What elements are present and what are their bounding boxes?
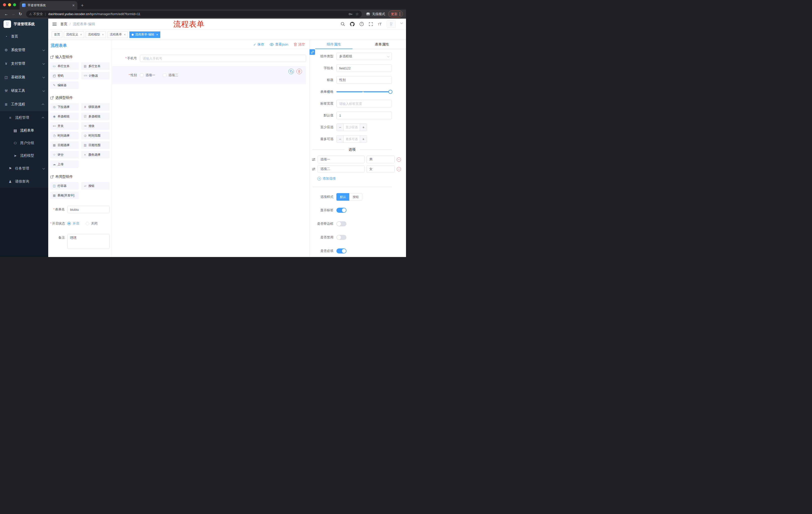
remove-option-icon[interactable]: − (397, 167, 401, 171)
sidebar-item-devtools[interactable]: ⚒ 研发工具 (0, 84, 48, 98)
plus-button[interactable]: + (360, 124, 367, 131)
radio-off[interactable]: 关闭 (86, 221, 97, 226)
component-item-cascader[interactable]: ⋔级联选择 (81, 103, 110, 111)
sidebar-item-process-mgmt[interactable]: ≡ 流程管理 (0, 111, 48, 124)
component-item-select[interactable]: ◎下拉选择 (50, 103, 79, 111)
component-item-slider[interactable]: ⊸滑块 (81, 122, 110, 130)
form-name-input[interactable] (67, 206, 110, 213)
plus-button[interactable]: + (360, 136, 367, 142)
forward-icon[interactable]: → (10, 11, 17, 17)
close-icon[interactable]: × (124, 33, 126, 36)
component-item-row-container[interactable]: ◫行容器 (50, 182, 79, 190)
sidebar-item-task-mgmt[interactable]: ⚑ 任务管理 (0, 162, 48, 175)
show-label-toggle[interactable] (337, 208, 346, 213)
component-item-editor[interactable]: ✎编辑器 (50, 81, 79, 89)
sidebar-item-infra[interactable]: ◫ 基础设施 (0, 71, 48, 84)
view-json-button[interactable]: 查看json (269, 42, 288, 47)
window-close-button[interactable] (3, 3, 6, 6)
tab-form-props[interactable]: 表单属性 (358, 40, 406, 49)
tab-process-form-edit[interactable]: 流程表单-编辑 × (129, 31, 160, 38)
hamburger-icon[interactable] (51, 20, 58, 28)
canvas-field-gender-selected[interactable]: *性别 选项一 选项二 (112, 66, 306, 84)
reload-icon[interactable]: ↻ (17, 11, 24, 17)
slider-handle[interactable] (388, 90, 393, 94)
tab-process-model[interactable]: 流程模型 × (86, 31, 106, 38)
border-toggle[interactable] (337, 221, 346, 226)
font-size-icon[interactable]: TT (378, 22, 382, 26)
checkbox[interactable] (140, 74, 143, 77)
delete-field-button[interactable] (296, 69, 302, 74)
component-item-table[interactable]: ▦表格[开发中] (50, 192, 79, 199)
tab-close-icon[interactable]: ✕ (72, 3, 75, 7)
option-label-input[interactable] (318, 165, 365, 173)
option-label-input[interactable] (318, 156, 365, 163)
save-button[interactable]: ✓ 保存 (253, 42, 264, 47)
phone-input[interactable] (140, 55, 306, 62)
github-icon[interactable] (350, 22, 354, 26)
checkbox-option-1[interactable]: 选项一 (140, 73, 155, 77)
caret-down-icon[interactable] (401, 22, 403, 24)
avatar[interactable] (387, 20, 396, 28)
component-item-rate[interactable]: ☆评分 (50, 151, 79, 158)
close-icon[interactable]: × (156, 33, 158, 36)
component-item-multi-text[interactable]: ▤多行文本 (81, 62, 110, 70)
close-icon[interactable]: × (80, 33, 82, 36)
sidebar-item-home[interactable]: ◔ 首页 (0, 30, 48, 43)
add-option-button[interactable]: + 添加选项 (317, 176, 392, 181)
sidebar-item-payment[interactable]: ¥ 支付管理 (0, 57, 48, 71)
grid-slider[interactable] (337, 88, 392, 96)
drag-handle-icon[interactable] (312, 158, 316, 161)
disabled-toggle[interactable] (337, 235, 346, 240)
browser-tab[interactable]: 芋道管理系统 ✕ (20, 1, 77, 9)
browser-menu-icon[interactable] (400, 12, 400, 16)
label-width-input[interactable] (337, 100, 392, 107)
option-value-input[interactable] (367, 165, 395, 173)
style-default-button[interactable]: 默认 (337, 193, 349, 201)
component-item-time-range[interactable]: ◶时间范围 (81, 132, 110, 139)
password-key-icon[interactable] (348, 12, 352, 16)
minus-button[interactable]: − (337, 124, 344, 131)
sidebar-item-leave-query[interactable]: ♟ 请假查询 (0, 175, 48, 188)
radio-on[interactable]: 开启 (67, 221, 79, 226)
tab-process-form[interactable]: 流程表单 × (108, 31, 128, 38)
remove-option-icon[interactable]: − (397, 157, 401, 162)
component-item-date-range[interactable]: ▥日期范围 (81, 141, 110, 149)
stepper-placeholder[interactable]: 最多可选 (344, 136, 360, 142)
tab-component-props[interactable]: 组件属性 (310, 40, 358, 49)
fullscreen-icon[interactable] (369, 22, 373, 26)
checkbox-option-2[interactable]: 选项二 (163, 73, 178, 77)
option-value-input[interactable] (367, 156, 395, 163)
tab-process-definition[interactable]: 流程定义 × (64, 31, 84, 38)
field-name-input[interactable] (337, 64, 392, 72)
window-minimize-button[interactable] (8, 3, 11, 6)
bookmark-star-icon[interactable]: ☆ (355, 12, 359, 16)
component-item-counter[interactable]: 123计数器 (81, 72, 110, 79)
browser-update-button[interactable]: 更新 (388, 10, 403, 17)
component-item-time-picker[interactable]: ◷时间选择 (50, 132, 79, 139)
new-tab-button[interactable]: + (81, 3, 84, 8)
component-item-upload[interactable]: ☁上传 (50, 160, 79, 168)
required-toggle[interactable] (337, 248, 346, 253)
minus-button[interactable]: − (337, 136, 344, 142)
clear-button[interactable]: 清空 (294, 42, 305, 47)
component-item-checkbox-group[interactable]: ☑多选框组 (81, 113, 110, 120)
component-item-date-picker[interactable]: ▦日期选择 (50, 141, 79, 149)
sidebar-item-system[interactable]: ⚙ 系统管理 (0, 43, 48, 57)
canvas-field-phone[interactable]: *手机号 (112, 55, 306, 62)
default-value-input[interactable] (337, 112, 392, 119)
checkbox[interactable] (163, 74, 166, 77)
component-item-switch[interactable]: ⊷开关 (50, 122, 79, 130)
search-icon[interactable] (341, 22, 345, 26)
component-item-single-text[interactable]: ▭单行文本 (50, 62, 79, 70)
remark-textarea[interactable]: 嘿嘿 (67, 234, 110, 249)
duplicate-field-button[interactable] (288, 69, 294, 74)
help-icon[interactable]: ? (359, 22, 364, 26)
slider-track[interactable] (337, 91, 392, 92)
component-type-select[interactable]: 多选框组 (337, 53, 392, 60)
component-item-color-picker[interactable]: ◐颜色选择 (81, 151, 110, 158)
drag-handle-icon[interactable] (312, 167, 316, 171)
style-button-button[interactable]: 按钮 (349, 193, 362, 201)
sidebar-item-process-form[interactable]: ▤ 流程表单 (0, 124, 48, 137)
sidebar-item-workflow[interactable]: ≣ 工作流程 (0, 98, 48, 111)
address-bar[interactable]: ⚠ 不安全 | dashboard.yudao.iocoder.cn /bpm/… (26, 10, 362, 18)
